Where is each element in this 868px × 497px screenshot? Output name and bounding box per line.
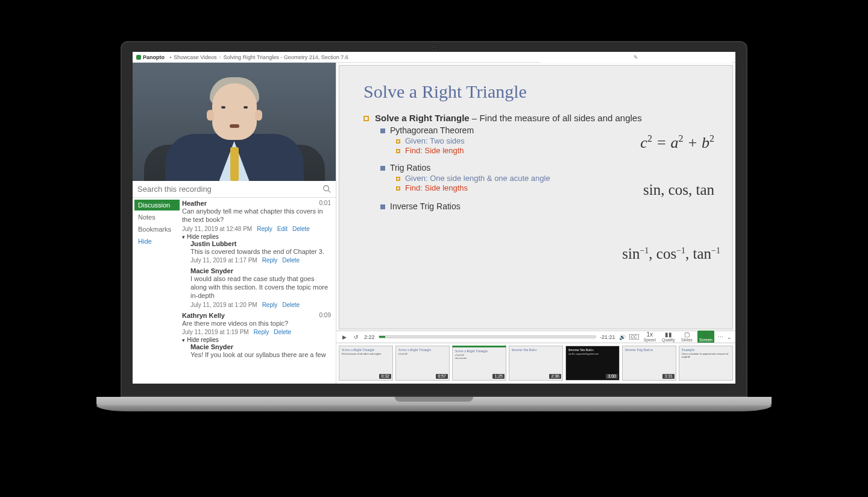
tab-hide[interactable]: Hide	[134, 236, 180, 247]
breadcrumb-folder[interactable]: Showcase Videos	[174, 54, 216, 60]
sidebar-tabs: Discussion Notes Bookmarks Hide	[133, 198, 180, 368]
breadcrumb: ▪ Showcase Videos › Solving Right Triang…	[169, 54, 348, 60]
bullet-icon	[363, 116, 369, 121]
discussion-panel: Heather0:01 Can anybody tell me what cha…	[180, 198, 336, 368]
seek-bar[interactable]	[379, 335, 597, 338]
post-body: Can anybody tell me what chapter this co…	[182, 207, 331, 224]
delete-link[interactable]: Delete	[292, 226, 310, 232]
hide-replies-toggle[interactable]: Hide replies	[182, 233, 331, 240]
post-timestamp[interactable]: 0:09	[319, 312, 331, 319]
reply-link[interactable]: Reply	[254, 329, 269, 335]
slide-content: Solve a Right Triangle Solve a Right Tri…	[339, 65, 733, 329]
tab-bookmarks[interactable]: Bookmarks	[134, 224, 180, 235]
delete-link[interactable]: Delete	[282, 257, 300, 264]
post-author: Macie Snyder	[190, 267, 233, 274]
presenter-video[interactable]	[133, 63, 336, 181]
thumbnail[interactable]: ExampleUse a calculator to approximate m…	[679, 346, 733, 381]
bullet-icon	[396, 186, 400, 191]
equation-trig: sin, cos, tan	[643, 182, 714, 198]
svg-point-0	[324, 185, 329, 191]
equation-pythagorean: c2 = a2 + b2	[640, 133, 714, 152]
delete-link[interactable]: Delete	[274, 329, 291, 335]
svg-line-1	[329, 190, 331, 192]
post-body: This is covered towards the end of Chapt…	[190, 248, 331, 256]
post-body: Yes! If you look at our syllabus there a…	[190, 351, 331, 359]
post-date: July 11, 2019 at 1:17 PM	[190, 257, 257, 264]
thumbnail-strip: Solve a Right TriangleFind measure of al…	[336, 343, 735, 384]
post-author: Justin Lubbert	[190, 240, 236, 247]
discussion-reply: Macie Snyder Yes! If you look at our syl…	[190, 343, 331, 359]
bullet-icon	[380, 128, 385, 133]
current-time: 2:22	[364, 334, 375, 340]
post-body: I would also read the case study that go…	[190, 275, 331, 300]
discussion-reply: Justin Lubbert This is covered towards t…	[190, 240, 331, 264]
bullet-icon	[396, 149, 400, 153]
volume-icon[interactable]: 🔊	[619, 334, 626, 340]
hide-replies-toggle[interactable]: Hide replies	[182, 337, 331, 343]
delete-link[interactable]: Delete	[282, 302, 300, 308]
captions-button[interactable]: CC	[629, 334, 639, 340]
edit-link[interactable]: Edit	[277, 226, 288, 232]
screen-view-button[interactable]: ▭Screen	[697, 331, 714, 343]
player-controls: ▶ ↺ 2:22 -21:21 🔊 CC 1xSpeed ▮▮Quality ▢…	[336, 331, 735, 343]
slide-title: Solve a Right Triangle	[363, 81, 708, 102]
post-timestamp[interactable]: 0:01	[319, 200, 331, 207]
logo-icon	[136, 55, 141, 60]
rewind-button[interactable]: ↺	[352, 334, 360, 340]
edit-icon[interactable]: ✎	[632, 54, 639, 61]
quality-control[interactable]: ▮▮Quality	[661, 332, 676, 342]
bullet-icon	[380, 166, 385, 171]
post-author: Heather	[182, 200, 207, 207]
search-row	[133, 181, 336, 198]
bullet-icon	[396, 139, 400, 144]
folder-icon: ▪	[169, 54, 171, 60]
play-button[interactable]: ▶	[340, 334, 348, 340]
app-logo[interactable]: Panopto	[136, 54, 165, 60]
post-author: Kathryn Kelly	[182, 312, 225, 319]
post-author: Macie Snyder	[190, 343, 233, 350]
post-date: July 11, 2019 at 1:20 PM	[190, 302, 257, 308]
chevron-down-icon[interactable]: ⌄	[727, 334, 732, 340]
thumbnail[interactable]: Solve a Right Trianglec²=a²+b²sin,cos,ta…	[452, 346, 506, 381]
thumbnail[interactable]: Solve a Right TriangleFind measure of al…	[339, 346, 393, 381]
search-icon[interactable]	[322, 185, 331, 194]
bullet-icon	[380, 204, 385, 209]
speed-control[interactable]: 1xSpeed	[643, 332, 657, 342]
more-icon[interactable]: ⋯	[718, 334, 723, 340]
chevron-right-icon: ›	[219, 54, 221, 60]
thumbnail[interactable]: Solve a Right Trianglec²=a²+b²0:57	[395, 346, 450, 381]
thumbnail[interactable]: Inverse Trig Ratios3:31	[622, 346, 676, 381]
reply-link[interactable]: Reply	[257, 226, 272, 232]
app-topbar: Panopto ▪ Showcase Videos › Solving Righ…	[133, 52, 735, 63]
reply-link[interactable]: Reply	[262, 302, 278, 308]
equation-inverse-trig: sin−1, cos−1, tan−1	[622, 245, 720, 262]
discussion-post: Heather0:01 Can anybody tell me what cha…	[182, 200, 331, 308]
tab-notes[interactable]: Notes	[134, 212, 180, 223]
slides-view-button[interactable]: ▢Slides	[680, 332, 694, 342]
reply-link[interactable]: Reply	[262, 257, 278, 264]
thumbnail[interactable]: Inverse Sin Ratiosin A = opposite/hypote…	[565, 346, 620, 381]
remaining-time: -21:21	[600, 334, 615, 340]
discussion-post: Kathryn Kelly0:09 Are there more videos …	[182, 312, 331, 360]
post-body: Are there more videos on this topic?	[182, 320, 331, 328]
app-name: Panopto	[143, 54, 165, 60]
bullet-icon	[396, 177, 400, 181]
thumbnail[interactable]: Inverse Sin Ratio2:36	[509, 346, 563, 381]
post-date: July 11, 2019 at 1:19 PM	[182, 329, 249, 335]
slide-viewer[interactable]: Solve a Right Triangle Solve a Right Tri…	[336, 63, 735, 331]
tab-discussion[interactable]: Discussion	[134, 200, 180, 211]
post-date: July 11, 2019 at 12:48 PM	[182, 226, 252, 232]
discussion-reply: Macie Snyder I would also read the case …	[190, 267, 331, 308]
breadcrumb-title[interactable]: Solving Right Triangles - Geometry 214, …	[224, 54, 348, 60]
search-input[interactable]	[137, 185, 322, 194]
